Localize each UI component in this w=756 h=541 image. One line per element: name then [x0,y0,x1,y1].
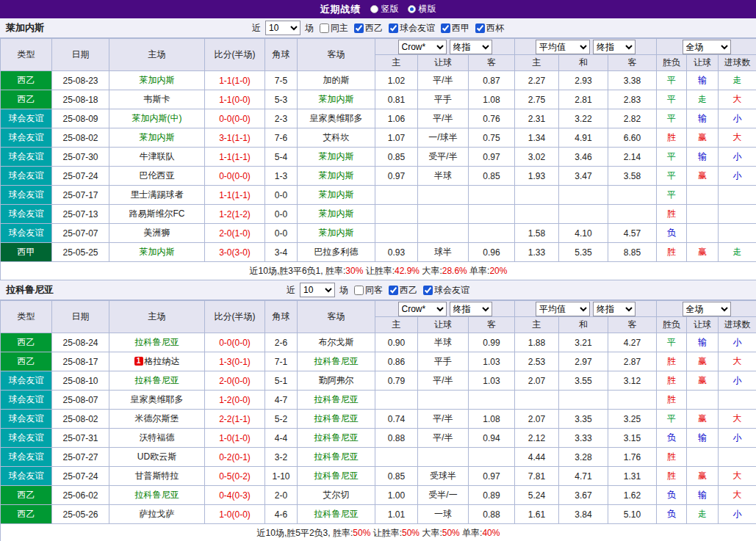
filter-checkbox-球会友谊[interactable] [389,23,398,33]
home-team[interactable]: 拉科鲁尼亚 [109,333,205,352]
filter-西杯[interactable]: 西杯 [475,22,504,35]
match-date: 25-06-02 [52,486,109,505]
result-scope-header: 全场 [657,301,756,317]
result-handicap: 走 [687,90,719,109]
scope-select[interactable]: 全场 [683,302,731,316]
bookmaker-select[interactable]: Crow* [398,302,447,316]
sub-col-avg-draw: 和 [559,55,608,71]
avg-draw-odds: 3.21 [559,333,608,352]
home-team[interactable]: 拉科鲁尼亚 [109,486,205,505]
col-header-date: 日期 [52,39,109,71]
match-score: 1-1(0-0) [205,90,265,109]
layout-option-vertical[interactable]: 竖版 [370,3,399,15]
match-date: 25-07-24 [52,467,109,486]
layout-option-horizontal[interactable]: 横版 [408,3,436,15]
league-badge: 球会友谊 [1,371,52,391]
radio-icon-horizontal[interactable] [408,5,416,13]
home-team: UD欧云斯 [109,448,205,467]
away-team[interactable]: 拉科鲁尼亚 [298,410,375,429]
away-team[interactable]: 莱加内斯 [298,205,375,224]
games-count-select[interactable]: 10 [300,283,335,297]
book-stage-select[interactable]: 终指 [450,302,492,316]
sub-col-avg-away: 客 [608,55,657,71]
away-team[interactable]: 莱加内斯 [298,90,375,109]
book-home-odds [375,186,418,205]
corner-count: 2-3 [265,109,298,128]
match-row: 球会友谊25-08-02莱加内斯3-1(1-1)7-6艾科坎1.07一/球半0.… [1,128,756,148]
page-title: 近期战绩 [320,3,361,16]
avg-stage-select[interactable]: 终指 [593,40,636,54]
sub-col-avg-home: 主 [515,317,559,333]
filter-西甲[interactable]: 西甲 [441,22,469,35]
away-team[interactable]: 拉科鲁尼亚 [298,467,375,486]
bookmaker-select[interactable]: Crow* [398,40,447,54]
average-select[interactable]: 平均值 [536,40,590,54]
filter-checkbox-球会友谊[interactable] [423,286,433,295]
book-away-odds [469,448,515,467]
result-handicap: 输 [687,148,719,167]
summary-segment: 大率: [420,266,442,276]
avg-away-odds [608,391,657,410]
average-select[interactable]: 平均值 [536,302,590,316]
sub-col-avg-away: 客 [608,317,657,333]
home-team[interactable]: 莱加内斯 [109,243,205,262]
result-goals: 小 [719,371,756,391]
match-score: 0-0(0-0) [205,167,265,186]
filter-checkbox-西乙[interactable] [389,286,398,295]
away-team[interactable]: 拉科鲁尼亚 [298,448,375,467]
filter-checkbox-同客[interactable] [354,286,364,295]
avg-draw-odds: 3.67 [559,486,608,505]
match-row: 西乙25-08-171格拉纳达1-3(0-1)7-1拉科鲁尼亚0.86平手1.0… [1,352,756,371]
book-handicap: 平/半 [418,109,469,128]
avg-home-odds: 2.53 [515,352,559,371]
filter-checkbox-同主[interactable] [320,23,329,33]
avg-home-odds: 2.12 [515,429,559,448]
filter-label: 西杯 [486,22,504,35]
filter-checkbox-西甲[interactable] [441,23,450,33]
filter-group: 近 10 场 同客西乙球会友谊 [287,283,469,297]
result-goals: 小 [719,333,756,352]
match-score: 0-2(0-1) [205,448,265,467]
games-count-select[interactable]: 10 [265,21,300,35]
result-goals [719,186,756,205]
book-home-odds: 0.74 [375,410,418,429]
filter-checkbox-西杯[interactable] [475,23,485,33]
away-team: 勤阿弗尔 [298,371,375,391]
radio-icon-vertical[interactable] [370,5,378,13]
filter-球会友谊[interactable]: 球会友谊 [389,22,435,35]
filter-西乙[interactable]: 西乙 [354,22,383,35]
corner-count: 0-0 [265,186,298,205]
radio-label-vertical: 竖版 [381,3,399,15]
away-team[interactable]: 莱加内斯 [298,148,375,167]
book-stage-select[interactable]: 终指 [450,40,492,54]
filter-同主[interactable]: 同主 [320,22,348,35]
sub-col-book-home: 主 [375,55,418,71]
home-team[interactable]: 莱加内斯(中) [109,109,205,128]
filter-球会友谊[interactable]: 球会友谊 [423,284,469,297]
avg-stage-select[interactable]: 终指 [593,302,636,316]
avg-draw-odds: 3.22 [559,109,608,128]
match-row: 西乙25-08-18韦斯卡1-1(0-0)5-3莱加内斯0.81平手1.082.… [1,90,756,109]
away-team[interactable]: 莱加内斯 [298,224,375,243]
book-away-odds: 1.03 [469,352,515,371]
away-team[interactable]: 拉科鲁尼亚 [298,429,375,448]
filter-同客[interactable]: 同客 [354,284,383,297]
home-team[interactable]: 拉科鲁尼亚 [109,371,205,391]
book-away-odds: 0.89 [469,486,515,505]
away-team[interactable]: 拉科鲁尼亚 [298,505,375,524]
filter-checkbox-西乙[interactable] [354,23,364,33]
filter-西乙[interactable]: 西乙 [389,284,417,297]
home-team: 牛津联队 [109,148,205,167]
book-away-odds: 0.94 [469,429,515,448]
away-team[interactable]: 莱加内斯 [298,167,375,186]
home-team[interactable]: 莱加内斯 [109,71,205,90]
book-away-odds: 0.97 [469,148,515,167]
away-team[interactable]: 拉科鲁尼亚 [298,352,375,371]
away-team[interactable]: 莱加内斯 [298,186,375,205]
scope-select[interactable]: 全场 [683,40,731,54]
book-away-odds [469,186,515,205]
home-team: 萨拉戈萨 [109,505,205,524]
away-team[interactable]: 拉科鲁尼亚 [298,391,375,410]
match-row: 球会友谊25-08-02米德尔斯堡2-2(1-1)5-2拉科鲁尼亚0.74平/半… [1,410,756,429]
home-team[interactable]: 莱加内斯 [109,128,205,148]
